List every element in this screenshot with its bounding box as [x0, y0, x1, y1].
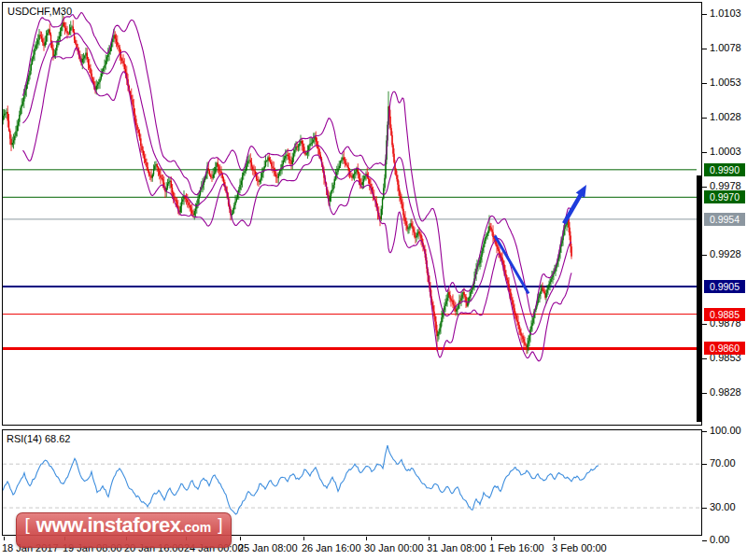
time-tick: [491, 537, 492, 540]
rsi-tick: [702, 431, 707, 432]
time-label: 31 Jan 08:00: [427, 542, 486, 553]
price-scale-bar: [697, 175, 702, 422]
rsi-line: [3, 445, 599, 514]
watermark-domain: www.instaforex: [36, 513, 181, 538]
time-tick: [4, 537, 5, 540]
watermark-tld: .com: [181, 520, 212, 535]
time-tick: [429, 537, 430, 540]
price-tick-label: 1.0003: [710, 146, 741, 158]
watermark-bracket-left: [: [24, 514, 29, 535]
price-tick-label: 1.0028: [710, 111, 741, 123]
price-tick: [702, 14, 707, 15]
rsi-tick: [702, 540, 707, 541]
rsi-tick-label: 100.00: [710, 425, 741, 437]
price-tick: [702, 358, 707, 359]
rsi-indicator-label: RSI(14) 68.62: [7, 433, 70, 444]
rsi-levels: [3, 464, 701, 508]
price-tick-label: 1.0053: [710, 77, 741, 89]
time-tick: [554, 537, 555, 540]
price-tick-label: 0.9928: [710, 248, 741, 260]
time-tick: [366, 537, 367, 540]
instaforex-watermark: [ www.instaforex .com ]: [16, 512, 232, 548]
time-label: 30 Jan 00:00: [364, 542, 424, 553]
candles: [3, 14, 572, 354]
price-badge: 0.9990: [704, 163, 745, 176]
time-label: 1 Feb 16:00: [489, 542, 544, 553]
trend-down-line[interactable]: [495, 236, 529, 294]
time-tick: [303, 537, 304, 540]
price-tick-label: 1.0103: [710, 7, 741, 20]
watermark-bracket-right: ]: [218, 514, 222, 535]
rsi-tick: [702, 464, 707, 465]
rsi-tick-label: 0.00: [710, 534, 729, 546]
price-tick: [702, 83, 707, 84]
time-label: 3 Feb 00:00: [552, 542, 607, 553]
price-tick: [702, 255, 707, 256]
price-tick: [702, 49, 707, 49]
price-badge: 0.9860: [704, 342, 745, 355]
price-badge: 0.9970: [704, 190, 745, 203]
bollinger-bands: [23, 13, 572, 361]
symbol-timeframe-label: USDCHF,M30: [7, 6, 72, 17]
time-label: 25 Jan 08:00: [238, 542, 298, 553]
price-tick-label: 1.0078: [710, 42, 741, 54]
up-arrow[interactable]: [564, 185, 586, 223]
rsi-tick-label: 70.00: [710, 457, 736, 469]
price-badge: 0.9954: [704, 213, 745, 226]
price-axis[interactable]: 1.01031.00781.00531.00281.00030.99780.99…: [702, 0, 747, 560]
price-tick: [702, 118, 707, 119]
time-tick: [240, 537, 241, 540]
rsi-tick-label: 30.00: [710, 501, 736, 513]
price-tick: [702, 187, 707, 188]
price-tick: [702, 324, 707, 325]
price-badge: 0.9905: [704, 280, 745, 293]
time-label: 26 Jan 16:00: [302, 542, 361, 553]
chart-window: USDCHF,M30 RSI(14) 68.62 1.01031.00781.0…: [0, 0, 747, 560]
rsi-tick: [702, 508, 707, 509]
price-tick-label: 0.9828: [710, 386, 741, 399]
main-chart-canvas[interactable]: [3, 3, 701, 425]
price-tick: [702, 152, 707, 153]
price-badge: 0.9885: [704, 308, 745, 321]
price-tick: [702, 393, 707, 394]
